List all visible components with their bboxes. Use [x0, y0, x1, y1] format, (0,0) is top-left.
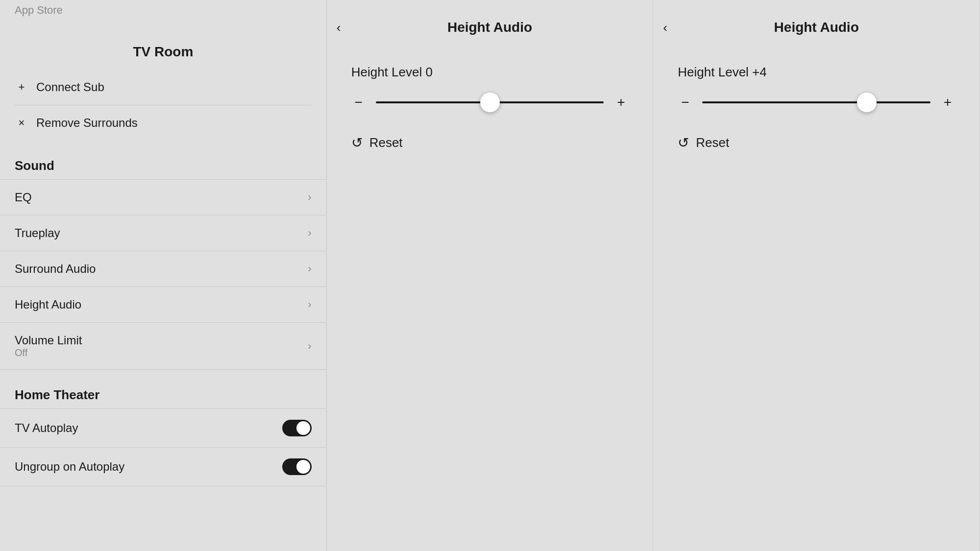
left-panel-title: TV Room: [133, 44, 193, 60]
volume-limit-item[interactable]: Volume Limit Off ›: [0, 323, 326, 370]
right-panel-header: ‹ Height Audio: [653, 0, 980, 45]
right-back-button[interactable]: ‹: [663, 21, 667, 34]
height-audio-chevron: ›: [308, 298, 311, 311]
middle-minus-button[interactable]: −: [351, 95, 366, 110]
right-panel-title: Height Audio: [774, 20, 859, 35]
surround-audio-chevron: ›: [308, 263, 311, 275]
home-theater-list: TV Autoplay Ungroup on Autoplay: [0, 408, 326, 486]
plus-icon: +: [15, 81, 28, 94]
right-reset-icon: ↺: [678, 135, 689, 151]
middle-reset-label: Reset: [369, 135, 403, 150]
menu-section: + Connect Sub × Remove Surrounds: [0, 70, 326, 141]
ungroup-autoplay-toggle[interactable]: [282, 458, 312, 475]
middle-panel-title: Height Audio: [447, 20, 532, 35]
connect-sub-label: Connect Sub: [36, 80, 312, 94]
eq-label: EQ: [15, 191, 308, 204]
left-panel-header: TV Room: [0, 24, 326, 70]
volume-limit-chevron: ›: [308, 340, 311, 353]
middle-panel-header: ‹ Height Audio: [327, 0, 653, 45]
middle-panel-content: Height Level 0 − + ↺ Reset: [327, 45, 653, 170]
right-panel-content: Height Level +4 − + ↺ Reset: [653, 45, 980, 170]
right-plus-button[interactable]: +: [940, 95, 955, 110]
middle-reset-icon: ↺: [351, 135, 363, 151]
trueplay-label: Trueplay: [15, 226, 308, 240]
middle-slider-thumb[interactable]: [480, 93, 500, 112]
eq-item[interactable]: EQ ›: [0, 179, 326, 216]
app-store-label: App Store: [0, 0, 326, 24]
tv-autoplay-toggle[interactable]: [282, 420, 312, 436]
height-audio-item[interactable]: Height Audio ›: [0, 287, 326, 323]
middle-reset-button[interactable]: ↺ Reset: [351, 135, 629, 151]
x-icon: ×: [15, 117, 28, 129]
right-slider-container: − +: [678, 95, 955, 110]
right-panel: ‹ Height Audio Height Level +4 − + ↺ Res…: [653, 0, 980, 551]
tv-autoplay-item: TV Autoplay: [0, 408, 326, 448]
right-slider-thumb[interactable]: [857, 93, 877, 112]
middle-plus-button[interactable]: +: [613, 95, 628, 110]
left-panel: App Store TV Room + Connect Sub × Remove…: [0, 0, 327, 551]
sound-section-header: Sound: [0, 141, 326, 179]
volume-limit-label: Volume Limit: [15, 334, 82, 347]
right-slider-track[interactable]: [702, 101, 931, 103]
surround-audio-item[interactable]: Surround Audio ›: [0, 251, 326, 287]
right-height-level: Height Level +4: [678, 65, 955, 80]
tv-autoplay-label: TV Autoplay: [15, 421, 282, 435]
right-reset-button[interactable]: ↺ Reset: [678, 135, 955, 151]
remove-surrounds-item[interactable]: × Remove Surrounds: [15, 105, 312, 141]
remove-surrounds-label: Remove Surrounds: [36, 116, 312, 130]
ungroup-autoplay-item: Ungroup on Autoplay: [0, 448, 326, 486]
middle-slider-container: − +: [351, 95, 629, 110]
middle-height-level: Height Level 0: [351, 65, 629, 80]
ungroup-autoplay-label: Ungroup on Autoplay: [15, 460, 282, 474]
right-reset-label: Reset: [696, 135, 729, 150]
volume-limit-sub: Off: [15, 347, 308, 359]
right-minus-button[interactable]: −: [678, 95, 692, 110]
trueplay-item[interactable]: Trueplay ›: [0, 216, 326, 251]
middle-panel: ‹ Height Audio Height Level 0 − + ↺ Rese…: [327, 0, 654, 551]
eq-chevron: ›: [308, 191, 311, 204]
height-audio-label: Height Audio: [15, 298, 308, 311]
middle-back-button[interactable]: ‹: [337, 21, 341, 34]
connect-sub-item[interactable]: + Connect Sub: [15, 70, 312, 105]
home-theater-section-header: Home Theater: [0, 370, 326, 408]
surround-audio-label: Surround Audio: [15, 262, 308, 276]
middle-slider-track[interactable]: [376, 101, 604, 103]
trueplay-chevron: ›: [308, 227, 311, 240]
sound-nav-list: EQ › Trueplay › Surround Audio › Height …: [0, 179, 326, 370]
